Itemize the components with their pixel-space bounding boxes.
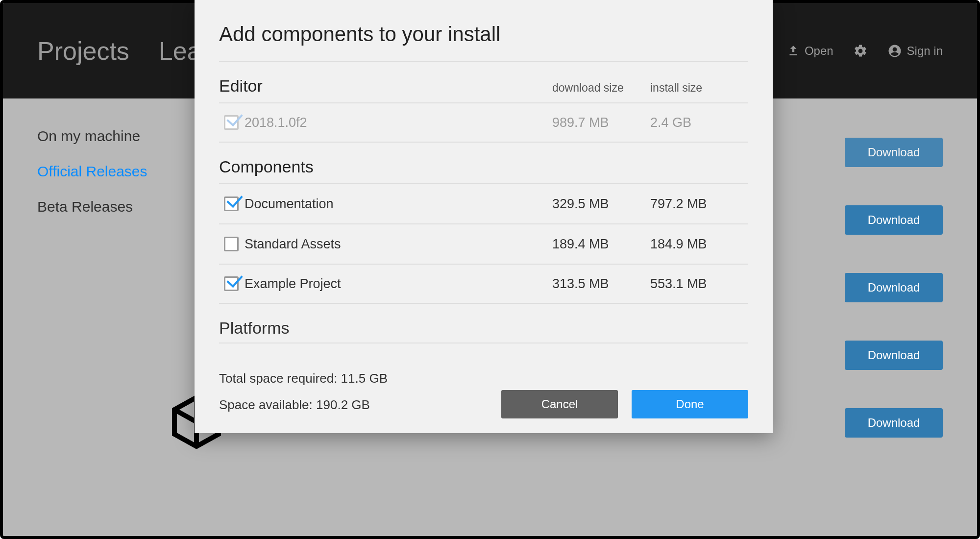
col-download-header: download size	[552, 81, 650, 95]
modal-backdrop: Add components to your install Editor do…	[0, 0, 980, 539]
editor-row-checkbox	[224, 115, 239, 130]
documentation-checkbox[interactable]	[224, 196, 239, 211]
component-row-documentation[interactable]: Documentation 329.5 MB 797.2 MB	[219, 183, 748, 223]
total-required-value: 11.5 GB	[341, 371, 388, 386]
space-available-label: Space available:	[219, 397, 316, 412]
platforms-section-title: Platforms	[219, 318, 748, 343]
editor-section-title: Editor	[219, 76, 552, 96]
editor-section-header: Editor download size install size	[219, 76, 748, 96]
add-components-modal: Add components to your install Editor do…	[195, 0, 773, 433]
component-row-example-project[interactable]: Example Project 313.5 MB 553.1 MB	[219, 264, 748, 304]
components-section-header: Components	[219, 157, 748, 176]
col-install-header: install size	[650, 81, 748, 95]
footer-buttons: Cancel Done	[501, 390, 748, 418]
documentation-dl: 329.5 MB	[552, 196, 650, 212]
modal-footer: Total space required: 11.5 GB Space avai…	[219, 362, 748, 418]
components-section-title: Components	[219, 157, 552, 176]
standard-assets-checkbox[interactable]	[224, 237, 239, 251]
cancel-button[interactable]: Cancel	[501, 390, 618, 418]
documentation-in: 797.2 MB	[650, 196, 748, 212]
total-required-label: Total space required:	[219, 371, 341, 386]
editor-row: 2018.1.0f2 989.7 MB 2.4 GB	[219, 102, 748, 143]
editor-row-in: 2.4 GB	[650, 115, 748, 130]
editor-row-dl: 989.7 MB	[552, 115, 650, 130]
example-project-in: 553.1 MB	[650, 276, 748, 292]
standard-assets-label: Standard Assets	[245, 237, 341, 252]
documentation-label: Documentation	[245, 196, 334, 212]
done-button[interactable]: Done	[632, 390, 748, 418]
example-project-label: Example Project	[245, 276, 341, 292]
footer-space-info: Total space required: 11.5 GB Space avai…	[219, 365, 388, 418]
editor-row-label: 2018.1.0f2	[245, 115, 307, 130]
standard-assets-in: 184.9 MB	[650, 237, 748, 252]
example-project-dl: 313.5 MB	[552, 276, 650, 292]
example-project-checkbox[interactable]	[224, 276, 239, 291]
standard-assets-dl: 189.4 MB	[552, 237, 650, 252]
modal-title: Add components to your install	[219, 23, 748, 62]
space-available-value: 190.2 GB	[316, 397, 370, 412]
component-row-standard-assets[interactable]: Standard Assets 189.4 MB 184.9 MB	[219, 223, 748, 264]
